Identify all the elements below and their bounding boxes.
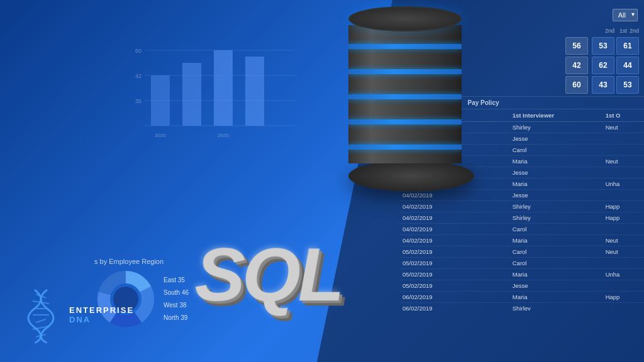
cell-date: 04/02/2019 [399, 235, 509, 246]
bar-chart-area: 60 42 35 2020 2020 [126, 38, 302, 151]
cell-interviewer: Shirley [509, 122, 602, 133]
pair-row-3: 43 53 [592, 76, 639, 94]
chart-labels: East 35 South 46 West 38 North 39 [164, 274, 189, 324]
cell-interviewer: Maria [509, 235, 602, 246]
score-43: 43 [592, 76, 614, 94]
filter-dropdown[interactable]: All [613, 9, 638, 21]
dropdown-label: All [618, 11, 626, 19]
cell-date: 06/02/2019 [399, 292, 509, 303]
cell-outcome: Unha [602, 178, 644, 190]
cell-outcome [602, 190, 644, 201]
chart-label-east: East 35 [164, 274, 189, 287]
cell-date: 04/02/2019 [399, 212, 509, 224]
cell-date: 04/02/2019 [399, 224, 509, 235]
cell-interviewer: Jesse [509, 133, 602, 145]
score-53b: 53 [616, 76, 639, 94]
table-row: 04/02/2019 Maria Neut [399, 235, 644, 246]
cell-interviewer: Maria [509, 269, 602, 280]
svg-line-4 [36, 319, 46, 322]
score-61: 61 [616, 37, 639, 55]
cell-interviewer: Carol [509, 145, 602, 156]
score-60: 60 [565, 76, 588, 94]
score-44: 44 [616, 57, 639, 74]
cylinder-bottom [348, 160, 474, 192]
svg-rect-15 [182, 63, 201, 126]
cell-date: 05/02/2019 [399, 246, 509, 258]
logo-text: ENTERPRISE DNA [69, 305, 134, 324]
svg-rect-17 [245, 57, 264, 126]
bar-chart-svg: 60 42 35 2020 2020 [126, 38, 302, 151]
cell-interviewer: Jesse [509, 280, 602, 292]
score-53: 53 [592, 37, 614, 55]
sql-3d-text: SQL [194, 237, 341, 312]
cell-date: 06/02/2019 [399, 303, 509, 311]
svg-text:35: 35 [135, 98, 142, 104]
cylinder-body [348, 6, 462, 192]
cylinder-stripe-4 [348, 119, 462, 124]
cylinder-stripe-5 [348, 145, 462, 150]
dna-icon [19, 287, 63, 343]
pay-policy-header: Pay Policy [467, 99, 499, 106]
cell-interviewer: Jesse [509, 190, 602, 201]
cell-date: 05/02/2019 [399, 280, 509, 292]
cell-date: 05/02/2019 [399, 258, 509, 269]
cell-interviewer: Maria [509, 292, 602, 303]
chart-label-south: South 46 [164, 287, 189, 299]
cylinder-stripe-1 [348, 44, 462, 49]
cylinder-stripe-3 [348, 94, 462, 99]
table-row: 05/02/2019 Maria Unha [399, 269, 644, 280]
score-header-2nd: 2nd [605, 28, 614, 34]
cell-interviewer: Shirley [509, 201, 602, 212]
table-row: 04/02/2019 Carol [399, 224, 644, 235]
chart-label-north: North 39 [164, 312, 189, 324]
cell-outcome [602, 224, 644, 235]
cell-interviewer: Jesse [509, 167, 602, 178]
col-header-interviewer: 1st Interviewer [509, 109, 602, 122]
cell-outcome: Neut [602, 246, 644, 258]
score-group-1st2nd: 1st 2nd [619, 28, 639, 36]
cell-outcome: Neut [602, 235, 644, 246]
col-2nd-label: 2nd [630, 28, 639, 34]
cell-outcome: Neut [602, 156, 644, 167]
cylinder-mid [348, 25, 462, 163]
pair-row-1: 53 61 [592, 37, 639, 55]
table-row: 04/02/2019 Shirley Happ [399, 201, 644, 212]
cell-outcome: Happ [602, 292, 644, 303]
cell-outcome [602, 303, 644, 311]
col-1st-label: 1st [619, 28, 627, 34]
single-numbers-col: 56 42 60 [565, 37, 588, 94]
table-row: 05/02/2019 Carol [399, 258, 644, 269]
cell-outcome: Neut [602, 122, 644, 133]
cell-interviewer: Shirley [509, 212, 602, 224]
logo-dna-label: DNA [69, 315, 134, 324]
cell-outcome: Happ [602, 201, 644, 212]
cell-interviewer: Carol [509, 258, 602, 269]
cell-outcome [602, 280, 644, 292]
logo-enterprise-label: ENTERPRISE [69, 305, 134, 315]
pair-numbers-col: 53 61 62 44 43 53 [592, 37, 639, 94]
score-group-2nd: 2nd [605, 28, 614, 36]
score-62: 62 [592, 57, 614, 74]
table-row: 04/02/2019 Shirley Happ [399, 212, 644, 224]
table-row: 05/02/2019 Jesse [399, 280, 644, 292]
cell-outcome [602, 145, 644, 156]
table-row: 06/02/2019 Shirley [399, 303, 644, 311]
cell-outcome: Happ [602, 212, 644, 224]
score-56: 56 [565, 37, 588, 55]
cylinder-top [348, 6, 462, 31]
score-42: 42 [565, 57, 588, 74]
cell-outcome [602, 133, 644, 145]
chart-label-west: West 38 [164, 299, 189, 312]
cell-interviewer: Carol [509, 246, 602, 258]
cylinder-stripe-2 [348, 69, 462, 74]
pair-row-2: 62 44 [592, 57, 639, 74]
cell-date: 05/02/2019 [399, 269, 509, 280]
svg-rect-16 [214, 50, 233, 126]
database-cylinder [342, 6, 468, 195]
cell-interviewer: Maria [509, 156, 602, 167]
svg-text:42: 42 [135, 73, 142, 79]
table-row: 06/02/2019 Maria Happ [399, 292, 644, 303]
svg-text:2020: 2020 [155, 133, 166, 138]
col-header-outcome: 1st O [602, 109, 644, 122]
cell-date: 04/02/2019 [399, 201, 509, 212]
